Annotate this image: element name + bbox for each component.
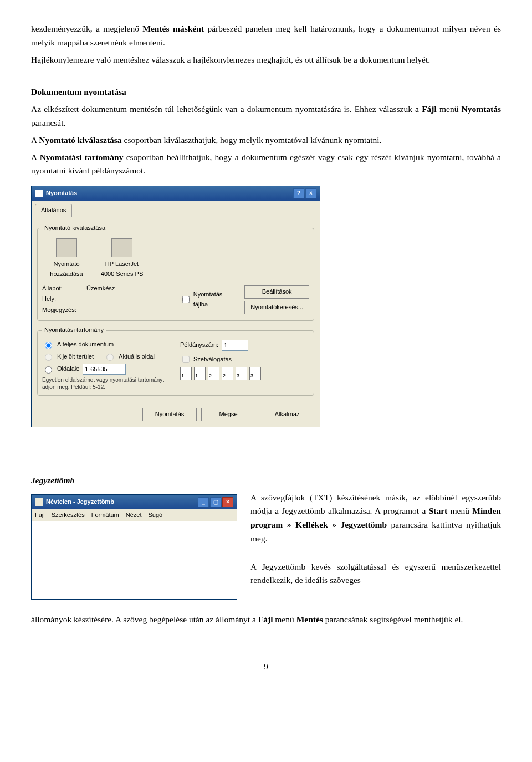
print-paragraph-3: A Nyomtatási tartomány csoportban beállí… — [31, 151, 501, 178]
text: állományok készítésére. A szöveg begépel… — [31, 615, 258, 624]
apply-button[interactable]: Alkalmaz — [260, 408, 314, 421]
group-label: Nyomtató kiválasztása — [42, 223, 108, 233]
printer-select-group: Nyomtató kiválasztása Nyomtató hozzáadás… — [37, 223, 314, 321]
status-label: Állapot: — [42, 284, 81, 294]
dialog-title: Nyomtatás — [46, 188, 77, 198]
checkbox-icon[interactable] — [182, 296, 190, 303]
print-dialog: Nyomtatás ? × Általános Nyomtató kiválas… — [31, 186, 320, 427]
comment-label: Megjegyzés: — [42, 305, 81, 315]
copies-label: Példányszám: — [180, 340, 218, 350]
tabstrip: Általános — [32, 201, 320, 217]
intro-paragraph-2: Hajlékonylemezre való mentéshez válasszu… — [31, 53, 501, 67]
close-button-icon[interactable]: × — [305, 188, 316, 198]
print-paragraph-1: Az elkészített dokumentum mentésén túl l… — [31, 103, 501, 130]
print-paragraph-2: A Nyomtató kiválasztása csoportban kivál… — [31, 134, 501, 147]
text: menü — [447, 506, 472, 515]
text: A — [31, 152, 40, 162]
bold-text: Mentés — [296, 615, 323, 624]
notepad-paragraph-3: állományok készítésére. A szöveg begépel… — [31, 613, 501, 627]
page-icon: 3 — [236, 367, 247, 380]
radio-icon[interactable] — [45, 342, 52, 349]
radio-icon[interactable] — [106, 354, 114, 361]
print-range-group: Nyomtatási tartomány A teljes dokumentum… — [37, 325, 314, 396]
copies-spinner[interactable] — [222, 340, 248, 351]
page-icon: 2 — [222, 367, 233, 380]
radio-selection[interactable]: Kijelölt terület — [42, 352, 94, 362]
icon-label: HP LaserJet 4000 Series PS — [100, 259, 144, 279]
minimize-button-icon[interactable]: _ — [198, 497, 209, 507]
help-button-icon[interactable]: ? — [293, 188, 304, 198]
menu-view[interactable]: Nézet — [126, 510, 142, 520]
maximize-button-icon[interactable]: ▢ — [210, 497, 221, 507]
notepad-menubar: Fájl Szerkesztés Formátum Nézet Súgó — [32, 509, 237, 522]
notepad-paragraph-2: A Jegyzettömb kevés szolgáltatással és e… — [250, 560, 501, 588]
status-value: Üzemkész — [86, 284, 115, 294]
notepad-window: Névtelen - Jegyzettömb _ ▢ × Fájl Szerke… — [31, 494, 237, 600]
section-heading-print: Dokumentum nyomtatása — [31, 85, 501, 99]
checkbox-icon[interactable] — [182, 356, 190, 363]
page-icon: 2 — [208, 367, 219, 380]
close-button-icon[interactable]: × — [222, 497, 233, 507]
notepad-title: Névtelen - Jegyzettömb — [46, 497, 114, 507]
cancel-button[interactable]: Mégse — [201, 408, 255, 421]
bold-text: Start — [429, 506, 448, 515]
menu-edit[interactable]: Szerkesztés — [52, 510, 85, 520]
checkbox-label: Szétválogatás — [193, 355, 232, 365]
bold-text: Nyomtatási tartomány — [40, 152, 124, 162]
add-printer-item[interactable]: Nyomtató hozzáadása — [44, 238, 89, 279]
text: kezdeményezzük, a megjelenő — [31, 24, 142, 33]
print-to-file-checkbox[interactable]: Nyomtatás fájlba — [180, 290, 238, 309]
radio-label: Aktuális oldal — [119, 352, 155, 362]
text: A — [31, 135, 39, 145]
group-label: Nyomtatási tartomány — [42, 325, 106, 335]
print-button[interactable]: Nyomtatás — [142, 408, 197, 421]
page-icon: 1 — [180, 367, 192, 380]
range-hint: Egyetlen oldalszámot vagy nyomtatási tar… — [42, 377, 171, 391]
radio-pages[interactable]: Oldalak: — [42, 364, 171, 375]
radio-label: Oldalak: — [57, 364, 79, 374]
text: menü — [437, 104, 462, 114]
icon-label: Nyomtató hozzáadása — [44, 259, 89, 279]
find-printer-button[interactable]: Nyomtatókeresés... — [244, 301, 309, 314]
radio-current-page[interactable]: Aktuális oldal — [104, 352, 155, 362]
radio-icon[interactable] — [45, 354, 52, 361]
dialog-titlebar[interactable]: Nyomtatás ? × — [32, 186, 320, 201]
page-icon: 3 — [249, 367, 261, 380]
text: menü — [273, 615, 296, 624]
text: csoportban kiválaszthatjuk, hogy melyik … — [122, 135, 382, 145]
printer-icon — [111, 238, 132, 257]
notepad-paragraph-1: A szövegfájlok (TXT) készítésének másik,… — [250, 491, 501, 546]
notepad-icon — [35, 498, 43, 506]
page-icon: 1 — [194, 367, 206, 380]
section-heading-notepad: Jegyzettömb — [31, 474, 501, 488]
page-number: 9 — [31, 660, 501, 673]
text: Az elkészített dokumentum mentésén túl l… — [31, 104, 422, 114]
bold-text: Fájl — [422, 104, 437, 114]
text: parancsának segítségével menthetjük el. — [323, 615, 463, 624]
checkbox-label: Nyomtatás fájlba — [193, 290, 238, 309]
notepad-titlebar[interactable]: Névtelen - Jegyzettömb _ ▢ × — [32, 495, 237, 509]
radio-label: A teljes dokumentum — [57, 340, 114, 350]
bold-text: Nyomtató kiválasztása — [39, 135, 121, 145]
add-printer-icon — [56, 238, 77, 257]
radio-icon[interactable] — [45, 366, 52, 374]
text: parancsát. — [31, 118, 65, 127]
printer-item-hp[interactable]: HP LaserJet 4000 Series PS — [100, 238, 144, 279]
bold-text: Nyomtatás — [462, 104, 501, 114]
radio-label: Kijelölt terület — [57, 352, 94, 362]
location-label: Hely: — [42, 294, 81, 304]
menu-help[interactable]: Súgó — [149, 510, 163, 520]
tab-general[interactable]: Általános — [35, 204, 72, 217]
radio-all[interactable]: A teljes dokumentum — [42, 340, 171, 350]
menu-format[interactable]: Formátum — [91, 510, 119, 520]
collate-checkbox[interactable]: Szétválogatás — [180, 354, 309, 365]
notepad-text-area[interactable] — [32, 521, 237, 599]
printer-icon — [35, 190, 43, 197]
settings-button[interactable]: Beállítások — [244, 285, 309, 299]
intro-paragraph-1: kezdeményezzük, a megjelenő Mentés máské… — [31, 22, 501, 50]
menu-file[interactable]: Fájl — [35, 510, 45, 520]
bold-text: Fájl — [258, 615, 273, 624]
collate-illustration: 1 1 2 2 3 3 — [180, 367, 309, 380]
pages-input[interactable] — [83, 364, 126, 375]
bold-text: Mentés másként — [142, 24, 204, 33]
